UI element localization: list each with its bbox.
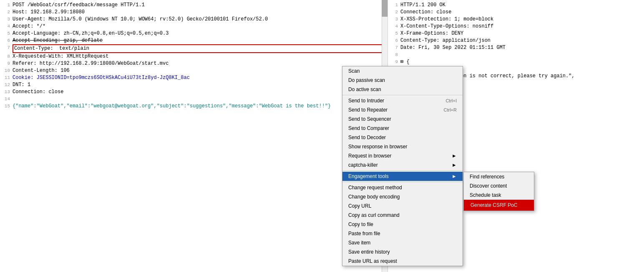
menu-copy-as-curl[interactable]: Copy as curl command	[342, 211, 463, 220]
menu-send-to-comparer[interactable]: Send to Comparer	[342, 124, 463, 133]
menu-send-to-decoder[interactable]: Send to Decoder	[342, 133, 463, 142]
request-line-3: 3 User-Agent: Mozilla/5.0 (Windows NT 10…	[0, 16, 387, 23]
menu-save-entire-history[interactable]: Save entire history	[342, 247, 463, 257]
menu-engagement-tools[interactable]: Engagement tools ► Find references Disco…	[342, 172, 463, 181]
response-line-4: 4 X-Content-Type-Options: nosniff	[388, 23, 644, 30]
submenu-generate-csrf-poc[interactable]: Generate CSRF PoC	[464, 200, 534, 211]
divider-1	[342, 95, 463, 95]
divider-3	[342, 182, 463, 182]
menu-change-request-method[interactable]: Change request method	[342, 183, 463, 192]
request-line-7: 7 Content-Type: text/plain	[0, 44, 387, 53]
response-line-6: 6 Content-Type: application/json	[388, 37, 644, 44]
menu-send-to-sequencer[interactable]: Send to Sequencer	[342, 114, 463, 124]
menu-save-item[interactable]: Save item	[342, 238, 463, 247]
request-code: 1 POST /WebGoat/csrf/feedback/message HT…	[0, 0, 387, 112]
response-line-5: 5 X-Frame-Options: DENY	[388, 30, 644, 37]
menu-paste-from-file[interactable]: Paste from file	[342, 229, 463, 238]
menu-do-passive-scan[interactable]: Do passive scan	[342, 76, 463, 85]
divider-2	[342, 170, 463, 171]
request-line-14: 14	[0, 96, 387, 103]
submenu-schedule-task[interactable]: Schedule task	[464, 191, 534, 200]
menu-change-body-encoding[interactable]: Change body encoding	[342, 192, 463, 201]
request-line-4: 4 Accept: */*	[0, 23, 387, 30]
submenu-find-references[interactable]: Find references	[464, 172, 534, 181]
menu-send-to-repeater[interactable]: Send to Repeater Ctrl+R	[342, 105, 463, 114]
request-line-11: 11 Cookie: JSESSIONID=tpo9mczs6SOtHSkACu…	[0, 74, 387, 81]
response-line-8: 8	[388, 51, 644, 58]
request-line-12: 12 DNT: 1	[0, 81, 387, 89]
request-line-1: 1 POST /WebGoat/csrf/feedback/message HT…	[0, 2, 387, 9]
request-line-9: 9 Referer: http://192.168.2.99:18080/Web…	[0, 60, 387, 67]
request-line-13: 13 Connection: close	[0, 89, 387, 96]
response-line-2: 2 Connection: close	[388, 9, 644, 16]
response-line-1: 1 HTTP/1.1 200 OK	[388, 2, 644, 9]
request-line-15: 15 {"name":"WebGoat","email":"webgoat@we…	[0, 103, 387, 110]
submenu-discover-content[interactable]: Discover content	[464, 181, 534, 191]
menu-show-response-in-browser[interactable]: Show response in browser	[342, 142, 463, 151]
request-line-2: 2 Host: 192.168.2.99:18080	[0, 9, 387, 16]
menu-captcha-killer[interactable]: captcha-killer ►	[342, 160, 463, 170]
menu-send-to-intruder[interactable]: Send to Intruder Ctrl+I	[342, 96, 463, 105]
response-line-9: 9 ⊞ {	[388, 58, 644, 66]
response-line-3: 3 X-XSS-Protection: 1; mode=block	[388, 16, 644, 23]
request-line-5: 5 Accept-Language: zh-CN,zh;q=0.8,en-US;…	[0, 30, 387, 37]
menu-request-in-browser[interactable]: Request in browser ►	[342, 151, 463, 160]
request-panel: 1 POST /WebGoat/csrf/feedback/message HT…	[0, 0, 388, 272]
request-line-10: 10 Content-Length: 106	[0, 67, 387, 74]
submenu-engagement: Find references Discover content Schedul…	[463, 172, 534, 211]
menu-scan[interactable]: Scan	[342, 66, 463, 76]
request-line-6: 6 Accept-Encoding: gzip, deflate	[0, 37, 387, 44]
request-line-8: 8 X-Requested-With: XMLHttpRequest	[0, 53, 387, 60]
menu-copy-url[interactable]: Copy URL	[342, 201, 463, 211]
menu-paste-url-as-request[interactable]: Paste URL as request	[342, 257, 463, 266]
menu-do-active-scan[interactable]: Do active scan	[342, 85, 463, 94]
response-line-7: 7 Date: Fri, 30 Sep 2022 01:15:11 GMT	[388, 44, 644, 51]
scrollbar-thumb[interactable]	[382, 0, 387, 17]
menu-copy-to-file[interactable]: Copy to file	[342, 220, 463, 229]
context-menu: Scan Do passive scan Do active scan Send…	[342, 66, 463, 266]
